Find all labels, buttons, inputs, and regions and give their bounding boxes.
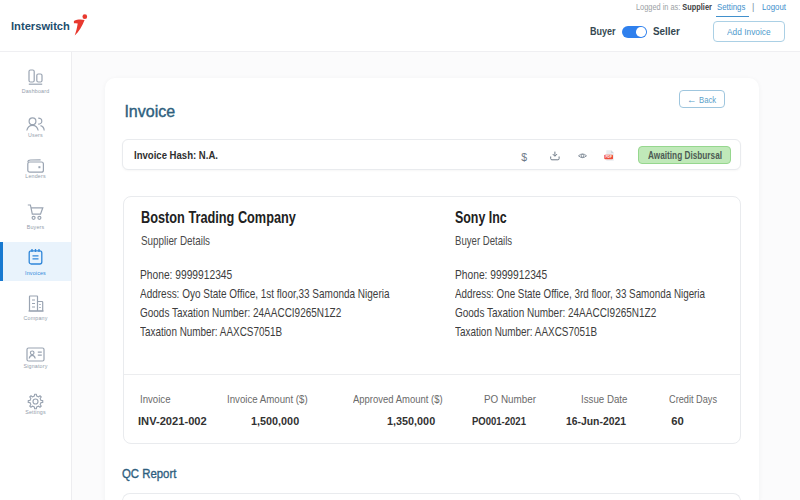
svg-text:PDF: PDF: [605, 155, 611, 159]
